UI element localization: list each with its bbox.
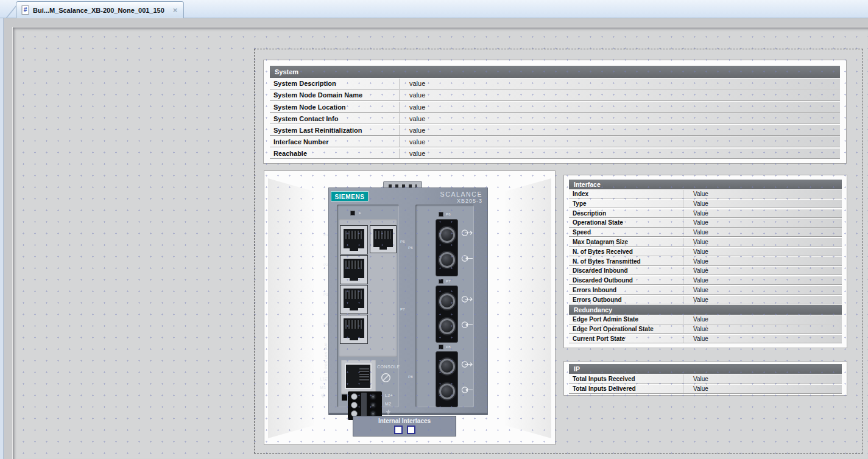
table-row[interactable]: Discarded Inbound Value (569, 267, 842, 275)
photo-shading-right (505, 178, 551, 438)
rj45-port-p4 (340, 315, 368, 344)
row-value: value (400, 90, 840, 100)
table-row[interactable]: Edge Port Admin State Value (569, 315, 842, 324)
console-label: CONSOLE (377, 365, 400, 369)
table-row[interactable]: Errors Outbound Value (569, 296, 842, 304)
table-row[interactable]: System Contact Info value (270, 113, 840, 124)
row-label: Reachable (270, 149, 400, 159)
port-label-p8: P8 (408, 375, 413, 379)
table-row[interactable]: Total Inputs Received Value (569, 374, 842, 384)
internal-interface-port[interactable] (394, 426, 403, 434)
port-label-p3: P3 (323, 293, 328, 296)
port-label-p4: P4 (323, 323, 328, 326)
port-label-p2: P2 (323, 263, 328, 267)
table-row[interactable]: Reachable value (270, 149, 840, 159)
port-led-p6 (439, 212, 443, 217)
row-label: Total Inputs Delivered (569, 385, 683, 393)
table-row[interactable]: Interface Number value (270, 136, 840, 147)
table-row[interactable]: System Last Reinitialization value (270, 125, 840, 136)
console-plate (341, 360, 376, 394)
svg-text:#: # (24, 7, 27, 13)
row-value: Value (683, 200, 842, 208)
table-row[interactable]: Speed Value (569, 228, 842, 237)
row-value: Value (683, 276, 842, 284)
system-table-header: System (270, 66, 840, 78)
table-row[interactable]: Current Port State Value (569, 335, 842, 343)
arrow-out-icon (461, 229, 474, 237)
row-label: System Node Domain Name (270, 90, 400, 100)
ip-table-header: IP (569, 364, 842, 374)
table-row[interactable]: Type Value (569, 200, 842, 208)
ground-icon (386, 410, 391, 415)
row-label: Discarded Outbound (569, 276, 683, 284)
row-value: Value (683, 325, 842, 333)
row-value: value (400, 113, 840, 124)
row-label: Description (569, 209, 683, 217)
row-value: Value (683, 190, 842, 198)
table-row[interactable]: System Description value (270, 79, 840, 89)
row-value: Value (683, 335, 842, 343)
rj45-port-p1 (340, 225, 368, 254)
internal-interface-port[interactable] (407, 426, 415, 434)
port-led-label: P8 (446, 345, 451, 349)
table-row[interactable]: System Node Location value (270, 102, 840, 113)
console-port (345, 363, 372, 389)
row-label: Type (569, 200, 683, 208)
tab-title: Bui...M_Scalance_XB-200_None_001_150 (33, 7, 164, 14)
table-row[interactable]: Total Inputs Delivered Value (569, 385, 842, 394)
row-label: Discarded Inbound (569, 267, 683, 275)
rj45-port-p5 (370, 225, 397, 253)
fault-led (350, 211, 355, 215)
row-value: Value (683, 296, 842, 304)
fault-led-label: F (359, 211, 361, 215)
tab-close-icon[interactable]: × (173, 6, 178, 14)
ip-table-panel[interactable]: IP Total Inputs Received Value Total Inp… (563, 361, 847, 396)
row-value: Value (683, 286, 842, 294)
port-label-p5: P5 (400, 240, 405, 244)
table-row[interactable]: Description Value (569, 209, 842, 218)
row-label: Errors Outbound (569, 296, 683, 304)
row-value: Value (683, 374, 842, 383)
row-label: N. of Bytes Received (569, 248, 683, 256)
interface-table-panel[interactable]: Interface Index Value Type Value Descrip… (563, 175, 847, 348)
table-row[interactable]: Errors Inbound Value (569, 286, 842, 295)
device-body: SIEMENS SCALANCE XB205-3 F (328, 187, 488, 415)
port-led-label: P6 (446, 212, 451, 216)
device-image-panel[interactable]: SIEMENS SCALANCE XB205-3 F (264, 170, 556, 445)
arrow-in-icon (461, 254, 474, 262)
copper-port-panel: F CONSOLE (337, 205, 399, 407)
power-label-m2: M2 (385, 402, 391, 406)
siemens-logo: SIEMENS (331, 191, 369, 201)
row-value: Value (683, 238, 842, 246)
row-label: System Last Reinitialization (270, 125, 400, 135)
table-row[interactable]: N. of Bytes Transmitted Value (569, 257, 842, 265)
table-row[interactable]: System Node Domain Name value (270, 90, 840, 101)
arrow-out-icon (461, 295, 474, 303)
port-led-p8 (439, 345, 443, 349)
ip-table-rows: Total Inputs Received Value Total Inputs… (569, 374, 842, 394)
table-row[interactable]: Discarded Outbound Value (569, 276, 842, 285)
table-row[interactable]: Index Value (569, 190, 842, 198)
table-row[interactable]: Edge Port Operational State Value (569, 325, 842, 334)
row-value: Value (683, 385, 842, 393)
row-value: Value (683, 209, 842, 217)
system-table-rows: System Description value System Node Dom… (270, 79, 840, 159)
fiber-port-pair-1 (436, 219, 458, 276)
port-led-p7 (439, 279, 443, 284)
tab-bar: # Bui...M_Scalance_XB-200_None_001_150 × (0, 0, 868, 18)
table-row[interactable]: N. of Bytes Received Value (569, 248, 842, 256)
row-value: Value (683, 315, 842, 323)
fiber-port-pair-3 (436, 351, 458, 407)
ground-icon (320, 393, 326, 398)
fiber-port-panel: P6 (415, 205, 474, 407)
system-table-panel[interactable]: System System Description value System N… (263, 60, 847, 164)
rj45-port-p3 (340, 285, 368, 314)
faceplate-content: System System Description value System N… (0, 0, 868, 459)
row-value: value (400, 102, 840, 112)
row-label: N. of Bytes Transmitted (569, 257, 683, 265)
tab-faceplate[interactable]: # Bui...M_Scalance_XB-200_None_001_150 × (16, 1, 184, 18)
row-label: System Contact Info (270, 113, 400, 124)
table-row[interactable]: Max Datagram Size Value (569, 238, 842, 247)
table-row[interactable]: Operational State Value (569, 219, 842, 227)
interface-table-header: Interface (569, 180, 842, 189)
